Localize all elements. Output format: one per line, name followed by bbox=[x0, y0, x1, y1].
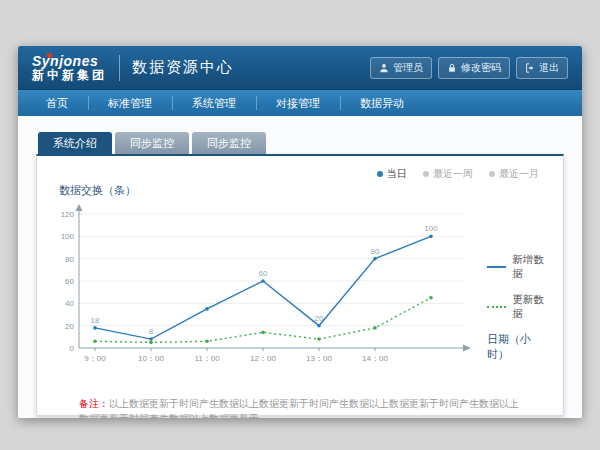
series-line-sample-updated bbox=[487, 306, 506, 308]
svg-text:9：00: 9：00 bbox=[84, 354, 106, 363]
admin-user-label: 管理员 bbox=[393, 61, 423, 75]
svg-text:20: 20 bbox=[315, 314, 324, 323]
svg-text:8: 8 bbox=[149, 327, 154, 336]
legend-today-label: 当日 bbox=[387, 167, 407, 181]
svg-text:60: 60 bbox=[65, 277, 74, 286]
tab-system-intro[interactable]: 系统介绍 bbox=[38, 132, 112, 154]
series-updated-data-label: 更新数据 bbox=[512, 293, 549, 321]
chart-row: 0204060801001209：0010：0011：0012：0013：001… bbox=[51, 200, 549, 374]
logo-company-name: 新中新集团 bbox=[32, 69, 107, 83]
svg-text:80: 80 bbox=[371, 247, 380, 256]
svg-text:0: 0 bbox=[70, 344, 75, 353]
series-legend-updated-data[interactable]: 更新数据 bbox=[487, 293, 549, 321]
series-new-data-label: 新增数据 bbox=[512, 253, 549, 281]
tab-sync-monitor-2[interactable]: 同步监控 bbox=[192, 132, 266, 154]
svg-text:60: 60 bbox=[259, 269, 268, 278]
tab-sync-monitor-1[interactable]: 同步监控 bbox=[115, 132, 189, 154]
nav-item-system-management[interactable]: 系统管理 bbox=[172, 90, 256, 116]
x-axis-title: 日期（小时） bbox=[487, 332, 549, 362]
logout-button[interactable]: 退出 bbox=[516, 57, 568, 79]
header-divider bbox=[119, 55, 120, 81]
svg-text:14：00: 14：00 bbox=[362, 354, 388, 363]
company-logo: Synjones 新中新集团 bbox=[32, 53, 107, 83]
admin-user-button[interactable]: 管理员 bbox=[370, 57, 432, 79]
chart-plot-area: 0204060801001209：0010：0011：0012：0013：001… bbox=[51, 200, 483, 374]
logo-brand-text: Synjones bbox=[32, 53, 107, 69]
footer-note: 备注：以上数据更新于时间产生数据以上数据更新于时间产生数据以上数据更新于时间产生… bbox=[51, 396, 549, 418]
svg-text:20: 20 bbox=[65, 322, 74, 331]
logout-label: 退出 bbox=[539, 61, 559, 75]
legend-last-month[interactable]: 最近一月 bbox=[489, 167, 539, 181]
legend-dot-last-week bbox=[423, 171, 429, 177]
header-actions: 管理员 修改密码 退出 bbox=[370, 57, 568, 79]
legend-dot-last-month bbox=[489, 171, 495, 177]
svg-text:11：00: 11：00 bbox=[194, 354, 220, 363]
page-title: 数据资源中心 bbox=[132, 58, 234, 77]
svg-text:12：00: 12：00 bbox=[250, 354, 276, 363]
content-area: 系统介绍 同步监控 同步监控 当日 最近一周 最近一月 数据交换（条） bbox=[18, 116, 582, 418]
change-password-button[interactable]: 修改密码 bbox=[438, 57, 510, 79]
legend-today[interactable]: 当日 bbox=[377, 167, 407, 181]
y-axis-title: 数据交换（条） bbox=[59, 183, 549, 198]
svg-text:10：00: 10：00 bbox=[138, 354, 164, 363]
series-line-sample-new bbox=[487, 266, 506, 268]
svg-text:100: 100 bbox=[61, 232, 75, 241]
app-header: Synjones 新中新集团 数据资源中心 管理员 修改密码 bbox=[18, 46, 582, 90]
nav-item-home[interactable]: 首页 bbox=[26, 90, 88, 116]
svg-text:100: 100 bbox=[424, 224, 438, 233]
note-text: 以上数据更新于时间产生数据以上数据更新于时间产生数据以上数据更新于时间产生数据以… bbox=[79, 398, 519, 418]
legend-last-month-label: 最近一月 bbox=[499, 167, 539, 181]
user-icon bbox=[379, 63, 389, 73]
chart-panel: 当日 最近一周 最近一月 数据交换（条） 0204060801001209：00… bbox=[36, 154, 564, 416]
main-nav: 首页 标准管理 系统管理 对接管理 数据异动 bbox=[18, 90, 582, 116]
series-legend: 新增数据 更新数据 日期（小时） bbox=[483, 200, 549, 374]
legend-last-week[interactable]: 最近一周 bbox=[423, 167, 473, 181]
nav-item-integration-management[interactable]: 对接管理 bbox=[256, 90, 340, 116]
nav-item-standard-management[interactable]: 标准管理 bbox=[88, 90, 172, 116]
series-legend-new-data[interactable]: 新增数据 bbox=[487, 253, 549, 281]
tab-bar: 系统介绍 同步监控 同步监控 bbox=[36, 132, 564, 154]
logo-accent-dot bbox=[47, 53, 52, 58]
svg-text:80: 80 bbox=[65, 255, 74, 264]
note-label: 备注： bbox=[79, 398, 109, 409]
nav-item-data-changes[interactable]: 数据异动 bbox=[340, 90, 424, 116]
svg-text:120: 120 bbox=[61, 210, 75, 219]
svg-text:40: 40 bbox=[65, 299, 74, 308]
time-range-legend: 当日 最近一周 最近一月 bbox=[51, 162, 549, 183]
change-password-label: 修改密码 bbox=[461, 61, 501, 75]
lock-icon bbox=[447, 63, 457, 73]
svg-text:18: 18 bbox=[91, 316, 100, 325]
line-chart-svg: 0204060801001209：0010：0011：0012：0013：001… bbox=[51, 200, 483, 370]
legend-last-week-label: 最近一周 bbox=[433, 167, 473, 181]
logout-icon bbox=[525, 63, 535, 73]
app-window: Synjones 新中新集团 数据资源中心 管理员 修改密码 bbox=[18, 46, 582, 418]
legend-dot-today bbox=[377, 171, 383, 177]
svg-text:13：00: 13：00 bbox=[306, 354, 332, 363]
